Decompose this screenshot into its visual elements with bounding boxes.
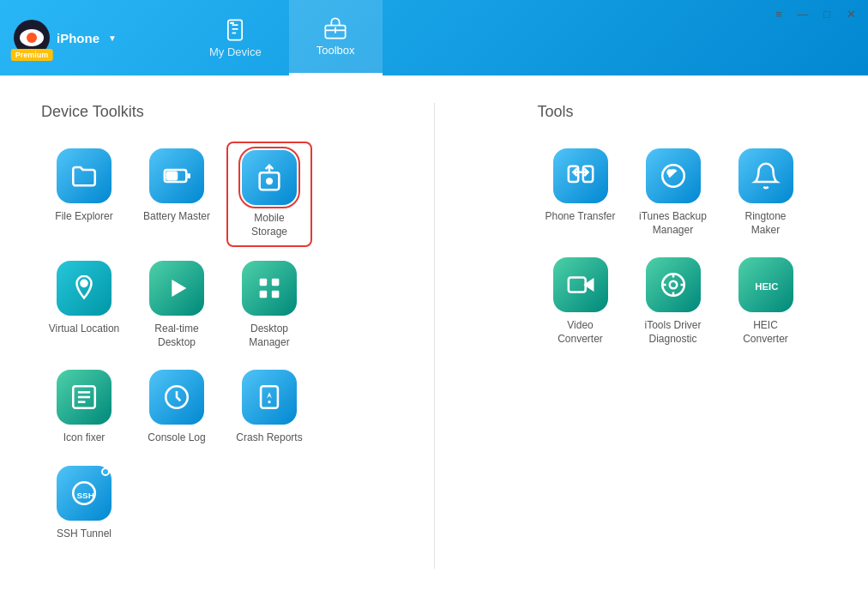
svg-point-36 bbox=[669, 281, 677, 289]
realtime-desktop-label: Real-time Desktop bbox=[141, 323, 213, 349]
itools-driver-label: iTools Driver Diagnostic bbox=[637, 319, 709, 346]
crash-reports-label: Crash Reports bbox=[236, 431, 302, 445]
battery-master-icon bbox=[149, 148, 204, 203]
tool-icon-fixer[interactable]: Icon fixer bbox=[41, 363, 127, 452]
device-dropdown-arrow[interactable]: ▼ bbox=[108, 33, 117, 43]
tool-mobile-storage[interactable]: Mobile Storage bbox=[226, 142, 312, 247]
logo-eye bbox=[20, 29, 44, 46]
tab-my-device[interactable]: My Device bbox=[182, 0, 289, 75]
section-divider bbox=[434, 103, 435, 569]
video-converter-label: Video Converter bbox=[545, 319, 617, 346]
maximize-btn[interactable]: □ bbox=[820, 7, 834, 21]
itools-driver-icon bbox=[646, 257, 701, 312]
svg-rect-33 bbox=[568, 278, 585, 292]
mobile-storage-label: Mobile Storage bbox=[235, 212, 304, 238]
tools-title: Tools bbox=[538, 103, 828, 121]
tool-heic-converter[interactable]: HEIC HEIC Converter bbox=[723, 250, 809, 353]
tab-my-device-label: My Device bbox=[209, 45, 262, 58]
ringtone-maker-icon bbox=[738, 148, 793, 203]
battery-master-label: Battery Master bbox=[143, 210, 210, 224]
tools-col: Tools Phone Transfer bbox=[538, 103, 828, 569]
nav-tabs: My Device Toolbox bbox=[182, 0, 383, 75]
realtime-desktop-icon bbox=[149, 261, 204, 316]
close-btn[interactable]: ✕ bbox=[844, 7, 858, 21]
svg-point-32 bbox=[667, 171, 671, 174]
logo-icon: Premium bbox=[14, 20, 50, 56]
logo-pupil bbox=[27, 33, 37, 43]
svg-rect-10 bbox=[167, 172, 177, 180]
heic-converter-icon: HEIC bbox=[738, 257, 793, 312]
svg-rect-17 bbox=[260, 291, 268, 298]
tool-ssh-tunnel[interactable]: SSH SSH Tunnel bbox=[41, 459, 127, 548]
main-content: Device Toolkits File Explorer bbox=[0, 75, 868, 609]
tool-desktop-manager[interactable]: Desktop Manager bbox=[226, 254, 312, 356]
tool-virtual-location[interactable]: Virtual Location bbox=[41, 254, 127, 356]
file-explorer-label: File Explorer bbox=[55, 210, 112, 224]
minimize-btn[interactable]: — bbox=[796, 7, 810, 21]
header: Premium iPhone ▼ My Device Toolbox bbox=[0, 0, 868, 75]
svg-rect-16 bbox=[272, 279, 280, 286]
tool-itunes-backup[interactable]: iTunes Backup Manager bbox=[630, 142, 716, 244]
device-toolkits-col: Device Toolkits File Explorer bbox=[41, 103, 331, 569]
desktop-manager-label: Desktop Manager bbox=[233, 323, 305, 349]
ringtone-maker-label: Ringtone Maker bbox=[730, 210, 802, 237]
tool-console-log[interactable]: Console Log bbox=[134, 363, 220, 452]
svg-marker-14 bbox=[172, 280, 186, 297]
content-columns: Device Toolkits File Explorer bbox=[41, 103, 827, 569]
virtual-location-icon bbox=[57, 261, 112, 316]
crash-reports-icon bbox=[242, 370, 297, 425]
console-log-icon bbox=[149, 370, 204, 425]
svg-rect-18 bbox=[272, 291, 280, 298]
svg-rect-24 bbox=[261, 387, 278, 409]
mobile-storage-icon bbox=[242, 150, 297, 205]
premium-badge: Premium bbox=[11, 49, 53, 61]
logo-area: Premium iPhone ▼ bbox=[0, 0, 182, 75]
ssh-tunnel-label: SSH Tunnel bbox=[57, 528, 112, 541]
svg-text:SSH: SSH bbox=[77, 491, 94, 500]
phone-transfer-icon bbox=[553, 148, 608, 203]
tab-toolbox-label: Toolbox bbox=[316, 44, 355, 57]
svg-text:HEIC: HEIC bbox=[755, 281, 778, 292]
tool-realtime-desktop[interactable]: Real-time Desktop bbox=[134, 254, 220, 356]
tool-video-converter[interactable]: Video Converter bbox=[538, 250, 624, 353]
tool-battery-master[interactable]: Battery Master bbox=[134, 142, 220, 247]
svg-marker-34 bbox=[585, 280, 593, 290]
my-device-icon bbox=[223, 18, 247, 42]
tool-phone-transfer[interactable]: Phone Transfer bbox=[538, 142, 624, 244]
desktop-manager-icon bbox=[242, 261, 297, 316]
svg-point-12 bbox=[267, 178, 272, 184]
console-log-label: Console Log bbox=[148, 431, 205, 445]
svg-rect-4 bbox=[231, 21, 235, 23]
ssh-tunnel-icon: SSH bbox=[57, 466, 112, 521]
itunes-backup-icon bbox=[646, 148, 701, 203]
toolbox-icon bbox=[323, 16, 347, 40]
phone-transfer-label: Phone Transfer bbox=[545, 210, 615, 224]
tab-toolbox[interactable]: Toolbox bbox=[289, 0, 383, 75]
tools-grid: Phone Transfer iTunes Backup Manager bbox=[538, 142, 828, 353]
svg-point-31 bbox=[662, 165, 684, 187]
device-toolkits-title: Device Toolkits bbox=[41, 103, 331, 121]
svg-rect-15 bbox=[260, 279, 268, 286]
tool-ringtone-maker[interactable]: Ringtone Maker bbox=[723, 142, 809, 244]
menu-btn[interactable]: ≡ bbox=[772, 7, 786, 21]
svg-point-13 bbox=[81, 280, 87, 286]
titlebar: ≡ — □ ✕ bbox=[762, 0, 868, 27]
file-explorer-icon bbox=[57, 148, 112, 203]
itunes-backup-label: iTunes Backup Manager bbox=[637, 210, 709, 237]
icon-fixer-label: Icon fixer bbox=[63, 431, 105, 445]
device-toolkits-grid: File Explorer Battery Master bbox=[41, 142, 331, 548]
tool-crash-reports[interactable]: Crash Reports bbox=[226, 363, 312, 452]
icon-fixer-icon bbox=[57, 370, 112, 425]
virtual-location-label: Virtual Location bbox=[49, 323, 120, 336]
heic-converter-label: HEIC Converter bbox=[730, 319, 802, 346]
tool-file-explorer[interactable]: File Explorer bbox=[41, 142, 127, 247]
video-converter-icon bbox=[553, 257, 608, 312]
device-name: iPhone bbox=[57, 31, 99, 45]
tool-itools-driver[interactable]: iTools Driver Diagnostic bbox=[630, 250, 716, 353]
